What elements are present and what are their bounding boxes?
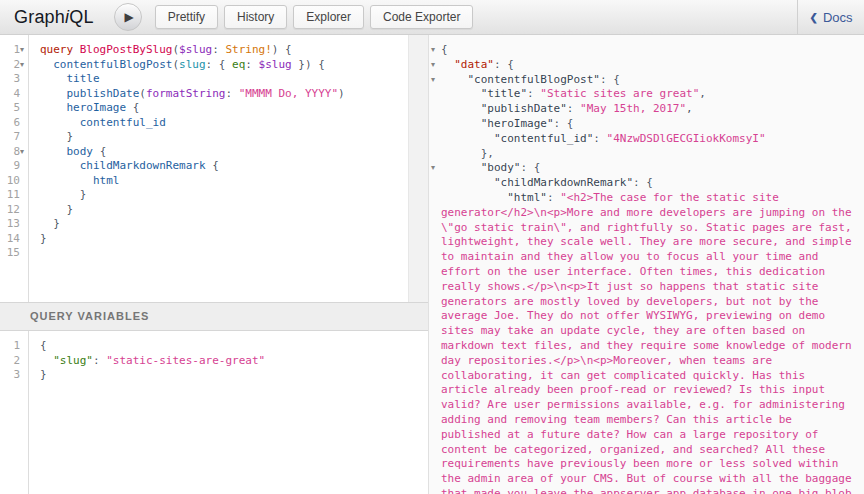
fold-arrow-icon[interactable]: ▾ xyxy=(20,43,29,58)
token-key: "childMarkdownRemark" xyxy=(494,176,633,189)
token-pln xyxy=(441,191,507,204)
token-prop: contentfulBlogPost xyxy=(53,58,172,71)
token-pln xyxy=(441,58,454,71)
query-editor-line[interactable]: 6 contentful_id xyxy=(0,116,408,131)
fold-arrow-icon[interactable]: ▾ xyxy=(431,43,440,58)
app-title-part: QL xyxy=(69,7,93,27)
query-editor-line[interactable]: 10 html xyxy=(0,174,408,189)
token-pun: }) { xyxy=(298,58,325,71)
open-docs-button[interactable]: ❮ Docs xyxy=(797,0,864,35)
query-editor-line[interactable]: 11 } xyxy=(0,188,408,203)
response-line: ▾ "data": { xyxy=(441,58,856,73)
query-editor-line[interactable]: 4 publishDate(formatString: "MMMM Do, YY… xyxy=(0,87,408,102)
fold-arrow-icon[interactable]: ▾ xyxy=(431,58,440,73)
token-pun: ( xyxy=(139,87,146,100)
token-grn: eq xyxy=(232,58,245,71)
token-pun: : { xyxy=(554,117,574,130)
token-pun: , xyxy=(686,102,693,115)
token-pun: } xyxy=(80,188,87,201)
line-number: 10 xyxy=(0,174,20,189)
query-editor-line[interactable]: 8▾ body { xyxy=(0,145,408,160)
app-title-part: Graph xyxy=(14,7,65,27)
token-prop: title xyxy=(67,72,100,85)
token-pln xyxy=(40,174,93,187)
token-pun: : xyxy=(212,43,219,56)
token-pun: } xyxy=(67,130,74,143)
line-number: 15 xyxy=(0,246,20,261)
fold-arrow-icon[interactable]: ▾ xyxy=(431,73,440,88)
line-number: 9 xyxy=(0,159,20,174)
token-prop: html xyxy=(93,174,120,187)
query-editor-line[interactable]: 15 xyxy=(0,246,408,261)
query-editor-line[interactable]: 2▾ contentfulBlogPost(slug: { eq: $slug … xyxy=(0,58,408,73)
variables-editor-line[interactable]: 2 "slug": "static-sites-are-great" xyxy=(0,354,428,369)
query-editor-line[interactable]: 12 } xyxy=(0,203,408,218)
prettify-button[interactable]: Prettify xyxy=(155,5,218,29)
token-pln xyxy=(441,176,494,189)
token-pln xyxy=(40,130,67,143)
app-title: GraphiQL xyxy=(14,7,94,28)
graphiql-app: GraphiQL ▶ Prettify History Explorer Cod… xyxy=(0,0,864,494)
token-pun: : { xyxy=(600,73,620,86)
token-pun: } xyxy=(40,232,47,245)
token-pln xyxy=(441,132,494,145)
query-editor[interactable]: 1▾query BlogPostBySlug($slug: String!) {… xyxy=(0,35,408,302)
toolbar-buttons: Prettify History Explorer Code Exporter xyxy=(155,5,474,29)
token-pln xyxy=(93,145,100,158)
token-key: "publishDate" xyxy=(481,102,567,115)
token-pun: : xyxy=(567,102,580,115)
line-number: 1 xyxy=(0,339,20,354)
token-pln xyxy=(441,161,481,174)
token-attr: formatString xyxy=(146,87,225,100)
query-editor-line[interactable]: 5 heroImage { xyxy=(0,101,408,116)
token-pun: : { xyxy=(521,161,541,174)
query-editor-line[interactable]: 7 } xyxy=(0,130,408,145)
fold-arrow-icon[interactable]: ▾ xyxy=(20,58,29,73)
query-variables-header[interactable]: QUERY VARIABLES xyxy=(0,302,428,331)
query-editor-line[interactable]: 1▾query BlogPostBySlug($slug: String!) { xyxy=(0,43,408,58)
token-pun: } xyxy=(67,203,74,216)
query-editor-line[interactable]: 14} xyxy=(0,232,408,247)
line-number: 12 xyxy=(0,203,20,218)
token-prop: heroImage xyxy=(67,101,127,114)
token-prop: contentful_id xyxy=(80,116,166,129)
token-pln xyxy=(73,43,80,56)
variables-editor-line[interactable]: 1{ xyxy=(0,339,428,354)
token-pln xyxy=(40,188,80,201)
query-editor-line[interactable]: 3 title xyxy=(0,72,408,87)
fold-arrow-icon[interactable]: ▾ xyxy=(431,161,440,176)
token-pln xyxy=(40,116,80,129)
token-pun: : xyxy=(93,354,100,367)
token-str: "<h2>The case for the static site genera… xyxy=(441,191,858,494)
token-pln xyxy=(441,73,468,86)
query-variables-editor[interactable]: 1{2 "slug": "static-sites-are-great"3} xyxy=(0,331,428,494)
token-pun: , xyxy=(699,87,706,100)
token-pln xyxy=(212,58,219,71)
line-number: 2 xyxy=(0,58,20,73)
token-pln xyxy=(40,354,53,367)
token-pun: { xyxy=(133,101,140,114)
token-pln xyxy=(441,102,481,115)
chevron-left-icon: ❮ xyxy=(809,12,817,23)
code-exporter-button[interactable]: Code Exporter xyxy=(370,5,473,29)
token-prop: body xyxy=(67,145,94,158)
response-line: }, xyxy=(441,147,856,162)
token-str: "Static sites are great" xyxy=(540,87,699,100)
token-pln xyxy=(40,203,67,216)
token-key: "heroImage" xyxy=(481,117,554,130)
query-editor-line[interactable]: 9 childMarkdownRemark { xyxy=(0,159,408,174)
history-button[interactable]: History xyxy=(224,5,287,29)
token-pln xyxy=(441,147,481,160)
token-str: "static-sites-are-great" xyxy=(106,354,265,367)
query-editor-line[interactable]: 13 } xyxy=(0,217,408,232)
editor-scrollbar-track[interactable] xyxy=(408,35,428,302)
fold-arrow-icon[interactable]: ▾ xyxy=(20,145,29,160)
token-pln xyxy=(232,87,239,100)
token-pun: } xyxy=(53,217,60,230)
token-pun: ) { xyxy=(272,43,292,56)
execute-query-button[interactable]: ▶ xyxy=(114,3,142,31)
variables-editor-line[interactable]: 3} xyxy=(0,368,428,383)
token-str: "May 15th, 2017" xyxy=(580,102,686,115)
explorer-button[interactable]: Explorer xyxy=(293,5,364,29)
token-key: "html" xyxy=(507,191,547,204)
